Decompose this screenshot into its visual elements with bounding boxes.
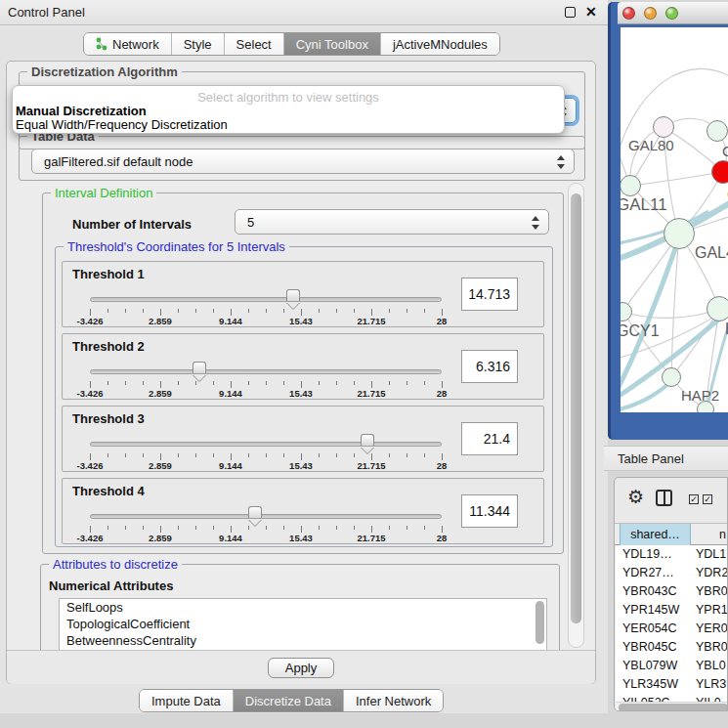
network-node-gal4[interactable] <box>664 218 695 249</box>
columns-icon[interactable] <box>656 490 672 506</box>
threshold-slider[interactable] <box>90 297 442 302</box>
tab-label: Impute Data <box>151 694 221 708</box>
column-header-shared[interactable]: shared… <box>620 524 691 545</box>
table-row-ydl19[interactable]: YDL19…YDL1 <box>616 545 728 564</box>
network-node-g[interactable] <box>707 120 728 142</box>
panel-scrollbar-thumb[interactable] <box>571 193 581 623</box>
tick-mark <box>107 381 108 385</box>
tick-mark <box>407 309 407 313</box>
node-label: GAL80 <box>628 137 674 153</box>
threshold-value-field[interactable]: 6.316 <box>461 350 518 383</box>
tick-label: 9.144 <box>219 460 242 471</box>
tab-discretize-data[interactable]: Discretize Data <box>234 690 344 711</box>
horizontal-scrollbar-thumb[interactable] <box>619 704 728 711</box>
tab-network[interactable]: Network <box>84 33 172 55</box>
tick-label: 21.715 <box>357 316 385 326</box>
tick-label: -3.426 <box>77 460 104 471</box>
threshold-slider[interactable] <box>90 514 442 519</box>
attribute-item-betweennesscentrality[interactable]: BetweennessCentrality <box>60 632 546 649</box>
gear-icon[interactable]: ⚙ <box>627 486 644 508</box>
checkbox-icon[interactable]: ✓ <box>689 494 699 504</box>
cyni-toolbox-content: Discretization Algorithm Table Data galF… <box>6 61 596 684</box>
tick-mark <box>266 526 267 530</box>
algorithm-option-equal-width-frequency-discretization[interactable]: Equal Width/Frequency Discretization <box>13 118 564 132</box>
network-node-gal80[interactable] <box>653 116 674 138</box>
tick-mark <box>213 453 214 457</box>
cell-name: YBR0 <box>696 584 728 598</box>
tick-mark <box>301 526 302 533</box>
zoom-traffic-light[interactable] <box>665 7 678 20</box>
threshold-value-field[interactable]: 21.4 <box>461 422 518 455</box>
threshold-value-field[interactable]: 11.344 <box>461 494 518 528</box>
network-node[interactable] <box>697 401 714 412</box>
table-panel: ⚙ ✓ ✓ shared… n YDL19…YDL1YDR27…YDR2YBR0… <box>614 477 728 711</box>
tick-mark <box>107 526 108 530</box>
slider-thumb[interactable] <box>193 362 206 373</box>
slider-thumb[interactable] <box>248 506 262 518</box>
table-row-ylr345w[interactable]: YLR345WYLR3 <box>616 675 728 694</box>
numerical-attributes-label: Numerical Attributes <box>49 578 173 593</box>
close-icon[interactable]: ✕ <box>585 4 597 20</box>
table-row-ybr045c[interactable]: YBR045CYBR0 <box>616 638 728 657</box>
network-node-h[interactable] <box>707 296 728 321</box>
horizontal-scrollbar[interactable] <box>616 702 728 711</box>
threshold-slider[interactable] <box>90 369 442 374</box>
cell-name: YBL0 <box>696 659 726 672</box>
network-node-c[interactable] <box>711 160 728 184</box>
threshold-label: Threshold 1 <box>72 267 145 281</box>
cell-name: YDR2 <box>696 566 728 579</box>
tab-select[interactable]: Select <box>225 33 284 55</box>
toolbox-tab-bar: NetworkStyleSelectCyni ToolboxjActiveMNo… <box>83 32 500 56</box>
table-panel-titlebar: Table Panel <box>604 446 728 471</box>
checkbox-icon[interactable]: ✓ <box>703 494 712 504</box>
list-scrollbar-thumb[interactable] <box>535 601 544 644</box>
apply-button[interactable]: Apply <box>268 658 334 678</box>
algorithm-option-manual-discretization[interactable]: Manual Discretization <box>13 105 564 118</box>
cyni-mode-tab-bar: Impute DataDiscretize DataInfer Network <box>139 689 444 712</box>
tick-mark <box>371 453 372 460</box>
tab-impute-data[interactable]: Impute Data <box>140 690 234 711</box>
panel-scrollbar[interactable] <box>568 183 584 648</box>
table-row-ydr27[interactable]: YDR27…YDR2 <box>616 564 728 582</box>
tick-label: 15.43 <box>289 533 313 543</box>
attribute-item-selfloops[interactable]: SelfLoops <box>60 599 546 616</box>
threshold-4-box: Threshold 4-3.4262.8599.14415.4321.71528… <box>62 478 544 544</box>
table-row-ypr145w[interactable]: YPR145WYPR1 <box>616 601 728 620</box>
column-header-name[interactable]: n <box>692 524 728 545</box>
tick-mark <box>160 526 161 533</box>
tab-cyni-toolbox[interactable]: Cyni Toolbox <box>284 33 381 55</box>
tick-label: 28 <box>437 460 448 471</box>
attribute-item-topologicalcoefficient[interactable]: TopologicalCoefficient <box>60 616 546 632</box>
table-row-yer054c[interactable]: YER054CYER0 <box>616 620 728 638</box>
network-node-hap2[interactable] <box>662 367 681 387</box>
slider-thumb[interactable] <box>361 434 374 446</box>
group-title-algorithm: Discretization Algorithm <box>27 64 182 79</box>
tick-mark <box>389 453 390 457</box>
table-data-combo[interactable]: galFiltered.sif default node <box>31 149 575 174</box>
threshold-slider[interactable] <box>90 442 442 447</box>
num-intervals-label: Number of Intervals <box>72 217 192 232</box>
network-node-gal11[interactable] <box>621 175 641 196</box>
tick-label: -3.426 <box>77 533 104 543</box>
num-intervals-combo[interactable]: 5 <box>235 209 549 235</box>
network-canvas[interactable]: GAL80GCGAL11GAL4GCY1HHAP2 <box>621 27 728 412</box>
table-row-ybr043c[interactable]: YBR043CYBR0 <box>616 582 728 601</box>
combo-stepper-icon <box>532 215 539 231</box>
table-row-yil052c[interactable]: YIL052CYIL0 <box>616 694 728 702</box>
tab-label: jActiveMNodules <box>393 37 488 52</box>
tick-mark <box>354 526 355 530</box>
tick-mark <box>336 526 337 530</box>
minimize-traffic-light[interactable] <box>644 7 657 20</box>
cell-shared-name: YDL19… <box>622 547 672 561</box>
tab-jactivemnodules[interactable]: jActiveMNodules <box>381 33 499 55</box>
threshold-value-field[interactable]: 14.713 <box>461 278 518 311</box>
numerical-attributes-list[interactable]: SelfLoopsTopologicalCoefficientBetweenne… <box>59 598 547 650</box>
float-window-icon[interactable] <box>565 7 576 18</box>
tick-mark <box>248 309 249 313</box>
tick-mark <box>371 309 372 316</box>
close-traffic-light[interactable] <box>622 7 635 20</box>
tab-style[interactable]: Style <box>172 33 225 55</box>
table-row-ybl079w[interactable]: YBL079WYBL0 <box>616 657 728 675</box>
tab-infer-network[interactable]: Infer Network <box>344 690 443 711</box>
slider-thumb[interactable] <box>286 289 300 301</box>
